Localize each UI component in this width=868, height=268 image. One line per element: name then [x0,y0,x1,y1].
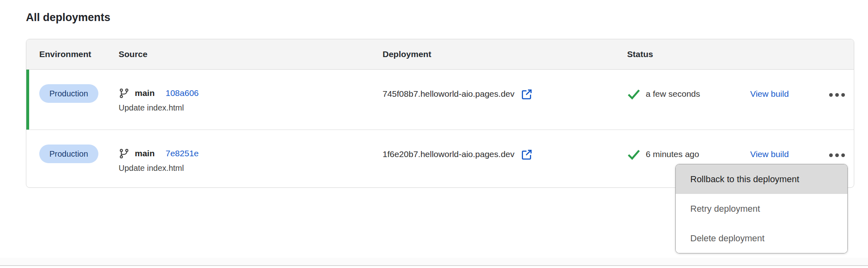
status-cell: a few seconds [627,70,750,130]
success-check-icon [627,149,640,160]
source-cell: main 108a606 Update index.html [119,70,383,130]
status-time: a few seconds [646,88,700,100]
deployments-page: All deployments Environment Source Deplo… [0,0,868,268]
commit-message: Update index.html [119,162,383,174]
view-build-link[interactable]: View build [750,149,789,159]
page-bottom-divider [0,258,868,266]
current-deployment-indicator [26,70,29,130]
source-cell: main 7e8251e Update index.html [119,130,383,187]
git-branch-icon [119,88,130,99]
commit-link[interactable]: 7e8251e [166,147,199,160]
environment-cell: Production [39,70,119,130]
commit-message: Update index.html [119,102,383,113]
header-source: Source [119,49,383,59]
environment-cell: Production [39,130,119,187]
status-time: 6 minutes ago [646,148,699,160]
table-row: Production main 108a606 Update index.htm… [26,70,854,130]
branch-name: main [135,87,155,99]
deployment-cell: 1f6e20b7.helloworld-aio.pages.dev [383,130,627,187]
page-title: All deployments [26,11,111,24]
environment-badge: Production [39,145,98,163]
row-menu-button[interactable] [828,89,846,101]
view-build-cell: View build [750,70,828,130]
menu-item-rollback[interactable]: Rollback to this deployment [676,164,847,194]
deployment-url: 745f08b7.helloworld-aio.pages.dev [383,88,515,100]
success-check-icon [627,89,640,100]
row-menu-button[interactable] [828,149,846,161]
deployment-url: 1f6e20b7.helloworld-aio.pages.dev [383,148,515,160]
branch-name: main [135,147,155,160]
menu-item-delete[interactable]: Delete deployment [676,223,847,253]
header-status: Status [627,49,854,59]
deployment-context-menu: Rollback to this deployment Retry deploy… [675,164,848,253]
external-link-icon[interactable] [521,149,533,161]
table-header-row: Environment Source Deployment Status [26,39,854,70]
git-branch-icon [119,148,130,159]
commit-link[interactable]: 108a606 [166,87,199,99]
view-build-link[interactable]: View build [750,89,789,98]
header-deployment: Deployment [383,49,627,59]
row-menu-cell [828,70,854,130]
deployment-cell: 745f08b7.helloworld-aio.pages.dev [383,70,627,130]
header-environment: Environment [39,49,119,59]
environment-badge: Production [39,84,98,103]
menu-item-retry[interactable]: Retry deployment [676,194,847,223]
external-link-icon[interactable] [521,88,533,100]
